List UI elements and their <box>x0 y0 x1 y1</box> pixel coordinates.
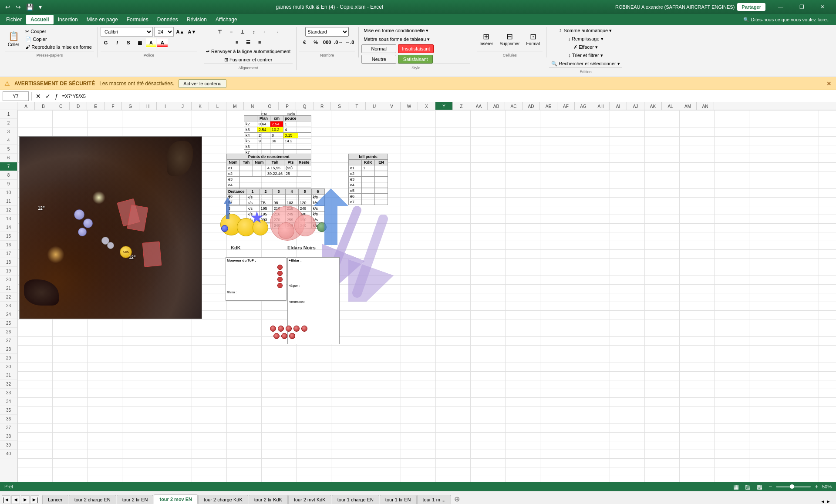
menu-accueil[interactable]: Accueil <box>26 15 54 24</box>
paste-button[interactable]: 📋 Coller <box>5 29 22 49</box>
comma-button[interactable]: 000 <box>322 37 332 47</box>
row-num-11[interactable]: 11 <box>0 197 17 206</box>
col-header-w[interactable]: W <box>401 102 418 110</box>
menu-mise-en-page[interactable]: Mise en page <box>82 15 122 24</box>
row-num-33[interactable]: 33 <box>0 389 17 397</box>
border-button[interactable]: ▦ <box>135 38 145 47</box>
row-num-19[interactable]: 19 <box>0 267 17 276</box>
col-header-i[interactable]: I <box>157 102 174 110</box>
insert-button[interactable]: ⊞ Insérer <box>477 30 496 48</box>
sheet-tab-tour1-m[interactable]: tour 1 m ... <box>417 495 452 504</box>
row-num-40[interactable]: 40 <box>0 450 17 458</box>
col-header-t[interactable]: T <box>348 102 366 110</box>
indent-decrease-button[interactable]: ← <box>260 27 270 37</box>
scroll-left-icon[interactable]: ◄ <box>820 499 825 504</box>
row-num-20[interactable]: 20 <box>0 276 17 284</box>
row-num-28[interactable]: 28 <box>0 345 17 354</box>
tab-last-button[interactable]: ►| <box>30 495 39 504</box>
minimize-button[interactable]: — <box>771 0 791 14</box>
style-bad[interactable]: Insatisfaisant <box>398 44 434 53</box>
copy-button[interactable]: 📄 Copier <box>23 36 94 43</box>
zoom-in-button[interactable]: + <box>812 483 820 491</box>
cells-area[interactable]: KdK 12" 12" <box>17 110 836 496</box>
add-sheet-button[interactable]: ⊕ <box>452 494 462 504</box>
font-color-button[interactable]: A <box>157 38 168 47</box>
row-num-7[interactable]: 7 <box>0 162 17 171</box>
zoom-slider[interactable] <box>776 486 811 487</box>
menu-affichage[interactable]: Affichage <box>211 15 242 24</box>
row-num-15[interactable]: 15 <box>0 232 17 241</box>
quick-access-toolbar[interactable]: ↩ ↪ 💾 ▾ <box>3 3 44 11</box>
col-header-e[interactable]: E <box>87 102 104 110</box>
menu-insertion[interactable]: Insertion <box>54 15 82 24</box>
formula-input[interactable]: =X7*Y5/X5 <box>62 91 833 101</box>
row-num-6[interactable]: 6 <box>0 154 17 162</box>
row-num-25[interactable]: 25 <box>0 319 17 328</box>
sheet-tab-tour2-mov-en[interactable]: tour 2 mov EN <box>154 494 198 504</box>
style-normal[interactable]: Normal <box>361 44 396 53</box>
wrap-text-button[interactable]: ↵ Renvoyer à la ligne automatiquement <box>204 48 293 55</box>
row-num-9[interactable]: 9 <box>0 180 17 188</box>
col-header-ae[interactable]: AE <box>540 102 557 110</box>
sheet-tab-lancer[interactable]: Lancer <box>42 495 68 504</box>
delete-button[interactable]: ⊟ Supprimer <box>497 30 522 48</box>
view-normal-button[interactable]: ▦ <box>731 482 741 491</box>
row-num-18[interactable]: 18 <box>0 258 17 267</box>
maximize-button[interactable]: ❐ <box>792 0 812 14</box>
col-header-ak[interactable]: AK <box>644 102 662 110</box>
format-button[interactable]: ⊡ Format <box>524 30 543 48</box>
redo-button[interactable]: ↪ <box>14 3 23 11</box>
col-header-ab[interactable]: AB <box>488 102 505 110</box>
row-num-5[interactable]: 5 <box>0 145 17 154</box>
tab-prev-button[interactable]: ◄ <box>11 495 20 504</box>
font-size-select[interactable]: 24 <box>154 27 174 37</box>
merge-center-button[interactable]: ⊞ Fusionner et centrer <box>222 56 275 64</box>
format-painter-button[interactable]: 🖌 Reproduire la mise en forme <box>23 44 94 50</box>
col-header-m[interactable]: M <box>226 102 244 110</box>
col-header-n[interactable]: N <box>244 102 261 110</box>
save-button[interactable]: 💾 <box>24 3 35 11</box>
view-pagebreak-button[interactable]: ▩ <box>755 482 765 491</box>
row-num-16[interactable]: 16 <box>0 241 17 249</box>
row-num-34[interactable]: 34 <box>0 397 17 406</box>
menu-revision[interactable]: Révision <box>182 15 211 24</box>
menu-formules[interactable]: Formules <box>122 15 153 24</box>
sort-filter-button[interactable]: ↕ Trier et filtrer ▾ <box>566 52 605 59</box>
clear-button[interactable]: ✗ Effacer ▾ <box>571 44 600 51</box>
style-neutral[interactable]: Neutre <box>361 55 396 64</box>
format-as-table-button[interactable]: Mettre sous forme de tableau ▾ <box>361 36 432 43</box>
row-num-27[interactable]: 27 <box>0 336 17 345</box>
increase-font-button[interactable]: A▲ <box>175 27 185 37</box>
sheet-tab-tour2-tir-en[interactable]: tour 2 tir EN <box>117 495 154 504</box>
window-controls[interactable]: — ❐ ✕ <box>771 0 833 14</box>
fill-color-button[interactable]: A <box>146 38 156 47</box>
col-header-q[interactable]: Q <box>296 102 314 110</box>
col-header-l[interactable]: L <box>209 102 226 110</box>
col-header-f[interactable]: F <box>104 102 122 110</box>
undo-button[interactable]: ↩ <box>3 3 12 11</box>
row-num-23[interactable]: 23 <box>0 302 17 310</box>
tab-navigation[interactable]: |◄ ◄ ► ►| <box>2 495 39 504</box>
row-num-17[interactable]: 17 <box>0 249 17 258</box>
confirm-formula-icon[interactable]: ✓ <box>44 92 52 101</box>
row-num-10[interactable]: 10 <box>0 188 17 197</box>
row-num-31[interactable]: 31 <box>0 371 17 380</box>
underline-button[interactable]: S <box>123 38 134 47</box>
cell-reference-input[interactable]: Y7 <box>3 91 29 101</box>
row-num-14[interactable]: 14 <box>0 223 17 232</box>
style-good[interactable]: Satisfaisant <box>398 55 433 64</box>
sheet-tab-tour2-charge-en[interactable]: tour 2 charge EN <box>69 495 116 504</box>
sheet-tab-tour1-tir-en[interactable]: tour 1 tir EN <box>380 495 417 504</box>
zoom-out-button[interactable]: − <box>766 483 774 491</box>
close-button[interactable]: ✕ <box>812 0 833 14</box>
col-header-h[interactable]: H <box>139 102 157 110</box>
col-header-ai[interactable]: AI <box>610 102 627 110</box>
zoom-controls[interactable]: ▦ ▨ ▩ − + 50% <box>731 482 832 491</box>
col-header-al[interactable]: AL <box>662 102 679 110</box>
menu-fichier[interactable]: Fichier <box>2 15 26 24</box>
row-num-32[interactable]: 32 <box>0 380 17 389</box>
align-top-button[interactable]: ⊤ <box>215 27 225 37</box>
row-num-35[interactable]: 35 <box>0 406 17 415</box>
row-num-37[interactable]: 37 <box>0 423 17 432</box>
col-header-s[interactable]: S <box>331 102 348 110</box>
